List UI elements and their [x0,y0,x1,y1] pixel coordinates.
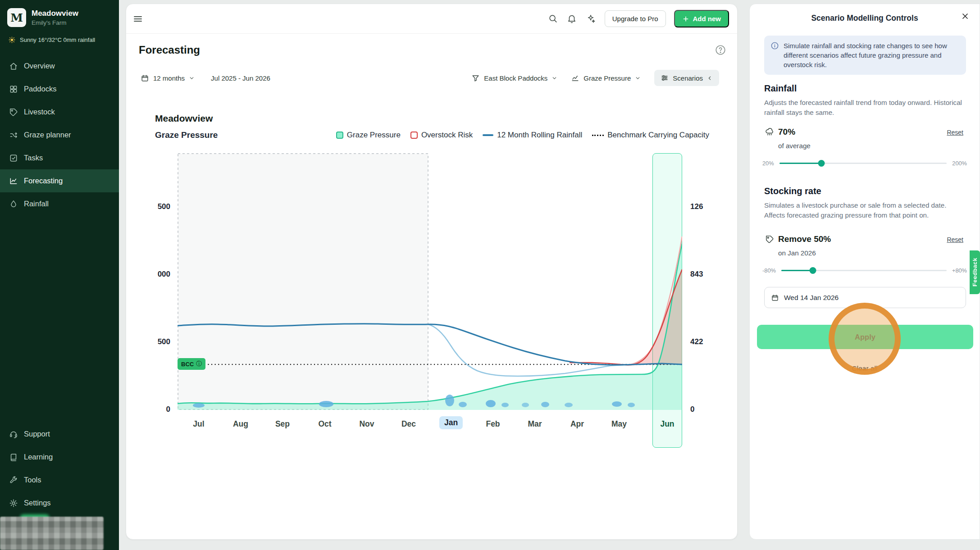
stocking-slider-track[interactable] [781,266,947,274]
rainfall-slider-track[interactable] [779,159,947,167]
farm-logo: M [7,8,26,27]
month-label-nov[interactable]: Nov [359,419,374,429]
chart-legend: Graze Pressure Overstock Risk 12 Month R… [336,131,709,140]
sidebar-item-label: Support [24,430,50,438]
tag-icon [765,235,774,244]
sidebar-item-forecasting[interactable]: Forecasting [0,169,119,192]
sidebar-item-overview[interactable]: Overview [0,55,119,77]
sidebar-item-label: Paddocks [24,85,56,93]
sidebar-item-learning[interactable]: Learning [0,445,119,468]
check-square-icon [9,154,18,163]
month-label-apr[interactable]: Apr [570,419,584,429]
rainfall-slider-min: 20% [762,160,774,167]
close-icon[interactable] [961,12,970,21]
chart-plot[interactable] [178,153,682,410]
search-icon[interactable] [548,14,559,24]
date-range-label: 12 months [153,74,185,82]
sidebar-item-graze-planner[interactable]: Graze planner [0,123,119,146]
sidebar-footer: Support Learning Tools Settings [0,423,119,514]
month-label-mar[interactable]: Mar [528,419,542,429]
month-label-feb[interactable]: Feb [486,419,500,429]
month-label-dec[interactable]: Dec [401,419,416,429]
month-label-oct[interactable]: Oct [318,419,331,429]
sidebar-item-support[interactable]: Support [0,423,119,445]
month-label-jun-selected[interactable]: Jun [660,419,674,429]
info-icon [770,41,779,50]
scenarios-button[interactable]: Scenarios [654,70,719,86]
stocking-date-value: Wed 14 Jan 2026 [784,294,839,302]
chart-line-icon [9,177,18,186]
forecast-chart: Meadowview Graze Pressure Graze Pressure… [126,102,738,481]
sidebar-item-label: Tools [24,476,41,484]
stocking-date-input[interactable]: Wed 14 Jan 2026 [764,287,966,308]
add-new-button[interactable]: Add new [674,10,729,27]
rainfall-reset-link[interactable]: Reset [947,129,963,136]
date-range-text: Jul 2025 - Jun 2026 [211,74,270,82]
stocking-slider-min: -80% [762,267,776,274]
metric-label: Graze Pressure [583,74,631,82]
paddocks-select[interactable]: East Block Paddocks [471,74,557,82]
month-label-jul[interactable]: Jul [193,419,204,429]
date-range-select[interactable]: 12 months [141,74,195,82]
overstock-risk-fill [624,269,682,365]
funnel-icon [471,74,480,82]
blue-line-swatch [483,134,493,136]
right-axis-tick: 126 [690,202,722,211]
sidebar-item-label: Tasks [24,154,43,162]
rainfall-slider-thumb[interactable] [818,160,825,167]
sidebar-item-settings[interactable]: Settings [0,491,119,514]
panel-title: Scenario Modelling Controls [750,14,980,23]
chevron-left-icon [707,75,713,81]
droplet-icon [9,200,18,209]
rainfall-slider: 20% 200% [762,159,967,167]
month-label-sep[interactable]: Sep [275,419,290,429]
sidebar-item-label: Graze planner [24,131,71,139]
help-icon[interactable] [715,44,726,56]
stocking-slider-thumb[interactable] [809,267,816,274]
grid-icon [9,85,18,94]
filter-bar: 12 months Jul 2025 - Jun 2026 East Block… [141,70,719,86]
scenario-info-text: Simulate rainfall and stocking rate chan… [784,41,960,69]
sidebar-item-tools[interactable]: Tools [0,468,119,491]
clear-all-link[interactable]: Clear all [750,364,980,373]
plus-icon [682,15,689,23]
sun-icon [8,36,16,44]
calendar-icon [141,74,149,82]
farm-subtitle: Emily's Farm [32,19,78,26]
sidebar-item-label: Overview [24,62,55,70]
historical-region [178,154,428,409]
feedback-tab[interactable]: Feedback [970,250,980,294]
headset-icon [9,430,18,439]
sidebar-item-rainfall[interactable]: Rainfall [0,192,119,215]
sidebar-item-label: Forecasting [24,177,63,185]
bcc-badge[interactable]: BCC ⓘ [178,358,205,370]
sidebar-item-paddocks[interactable]: Paddocks [0,77,119,100]
chart-title: Meadowview [155,113,213,124]
stocking-heading: Stocking rate [764,186,821,196]
red-square-swatch [410,132,418,139]
chevron-down-icon [552,75,557,81]
sparkles-icon[interactable] [586,14,597,24]
hamburger-menu-icon[interactable] [132,14,143,24]
apply-button[interactable]: Apply [757,325,973,349]
month-label-aug[interactable]: Aug [233,419,248,429]
right-axis-tick: 422 [690,337,722,346]
wrench-icon [9,476,18,485]
stocking-value: Remove 50% [778,234,831,244]
month-label-jan-highlighted[interactable]: Jan [439,416,463,429]
month-label-may[interactable]: May [611,419,627,429]
metric-select[interactable]: Graze Pressure [571,74,641,82]
stocking-slider: -80% +80% [762,266,967,274]
legend-graze-pressure: Graze Pressure [336,131,401,140]
sidebar-item-livestock[interactable]: Livestock [0,100,119,123]
left-axis-tick: 000 [139,270,170,279]
left-axis-tick: 0 [139,405,170,414]
sidebar-item-tasks[interactable]: Tasks [0,146,119,169]
stocking-reset-link[interactable]: Reset [947,236,963,243]
sidebar-header: M Meadowview Emily's Farm [0,0,119,32]
notifications-bell-icon[interactable] [567,14,578,24]
left-axis-tick: 500 [139,337,170,346]
page-title-row: Forecasting [139,44,726,56]
upgrade-to-pro-button[interactable]: Upgrade to Pro [605,10,666,27]
farm-name: Meadowview [32,9,78,18]
